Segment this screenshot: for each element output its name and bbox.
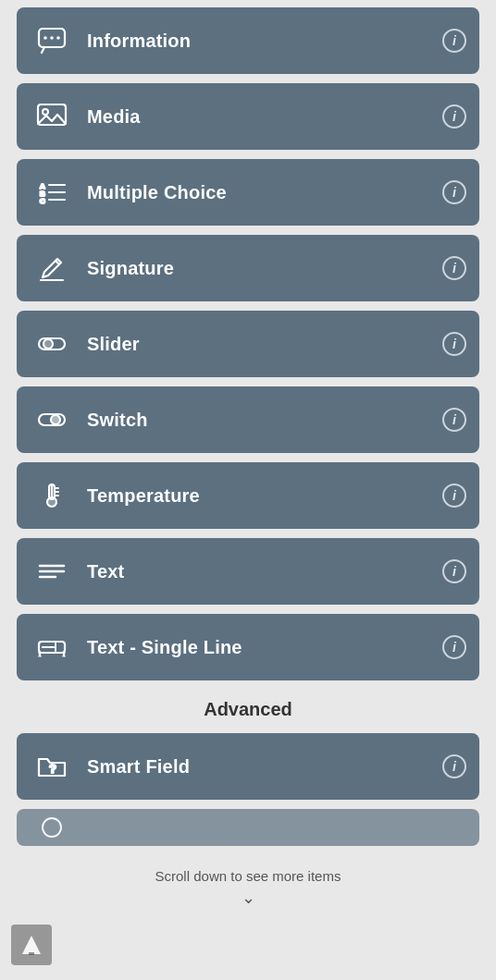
list-item-slider[interactable]: Slider i	[17, 311, 479, 377]
switch-label: Switch	[87, 410, 442, 431]
slider-icon	[30, 322, 74, 366]
svg-text:?: ?	[49, 762, 56, 776]
list-item-signature[interactable]: Signature i	[17, 235, 479, 301]
text-info-icon[interactable]: i	[442, 559, 466, 583]
multiple-choice-label: Multiple Choice	[87, 182, 442, 203]
temperature-info-icon[interactable]: i	[442, 484, 466, 508]
svg-rect-36	[29, 952, 34, 955]
items-list: Information i Media i A B C Multiple C	[0, 0, 496, 846]
smart-field-icon: ?	[30, 744, 74, 789]
svg-point-14	[43, 339, 53, 349]
multiple-choice-info-icon[interactable]: i	[442, 180, 466, 204]
text-single-line-info-icon[interactable]: i	[442, 635, 466, 659]
partial-icon	[30, 809, 74, 846]
list-item-temperature[interactable]: Temperature i	[17, 462, 479, 529]
smart-field-label: Smart Field	[87, 756, 442, 778]
switch-info-icon[interactable]: i	[442, 408, 466, 432]
watermark-badge	[11, 925, 52, 965]
signature-label: Signature	[87, 258, 442, 279]
media-label: Media	[87, 106, 442, 128]
information-label: Information	[87, 31, 442, 52]
list-item-multiple-choice[interactable]: A B C Multiple Choice i	[17, 159, 479, 226]
list-item-partial[interactable]	[17, 809, 479, 846]
slider-label: Slider	[87, 334, 442, 355]
information-info-icon[interactable]: i	[442, 29, 466, 53]
svg-point-2	[50, 36, 54, 40]
svg-point-5	[43, 109, 48, 115]
signature-icon	[30, 246, 74, 290]
media-info-icon[interactable]: i	[442, 104, 466, 129]
svg-point-16	[51, 415, 60, 424]
slider-info-icon[interactable]: i	[442, 332, 466, 356]
svg-text:C: C	[40, 197, 45, 205]
information-icon	[30, 18, 74, 63]
switch-icon	[30, 398, 74, 442]
list-item-information[interactable]: Information i	[17, 7, 479, 74]
temperature-label: Temperature	[87, 485, 442, 507]
scroll-hint: Scroll down to see more items ⌄	[0, 855, 496, 913]
svg-point-34	[43, 818, 61, 837]
text-icon	[30, 549, 74, 594]
list-item-switch[interactable]: Switch i	[17, 386, 479, 453]
media-icon	[30, 94, 74, 139]
scroll-hint-text: Scroll down to see more items	[0, 868, 496, 884]
list-item-text-single-line[interactable]: Text - Single Line i	[17, 614, 479, 680]
text-label: Text	[87, 561, 442, 582]
multiple-choice-icon: A B C	[30, 170, 74, 214]
list-item-text[interactable]: Text i	[17, 538, 479, 605]
list-item-smart-field[interactable]: ? Smart Field i	[17, 733, 479, 800]
svg-point-1	[43, 36, 47, 40]
svg-marker-35	[22, 936, 41, 954]
watermark-icon	[19, 932, 44, 958]
scroll-hint-arrow: ⌄	[0, 888, 496, 908]
svg-point-3	[56, 36, 60, 40]
signature-info-icon[interactable]: i	[442, 256, 466, 280]
list-item-media[interactable]: Media i	[17, 83, 479, 150]
smart-field-info-icon[interactable]: i	[442, 754, 466, 778]
text-single-line-icon	[30, 625, 74, 669]
text-single-line-label: Text - Single Line	[87, 637, 442, 658]
temperature-icon	[30, 473, 74, 518]
advanced-section-title: Advanced	[17, 699, 479, 720]
